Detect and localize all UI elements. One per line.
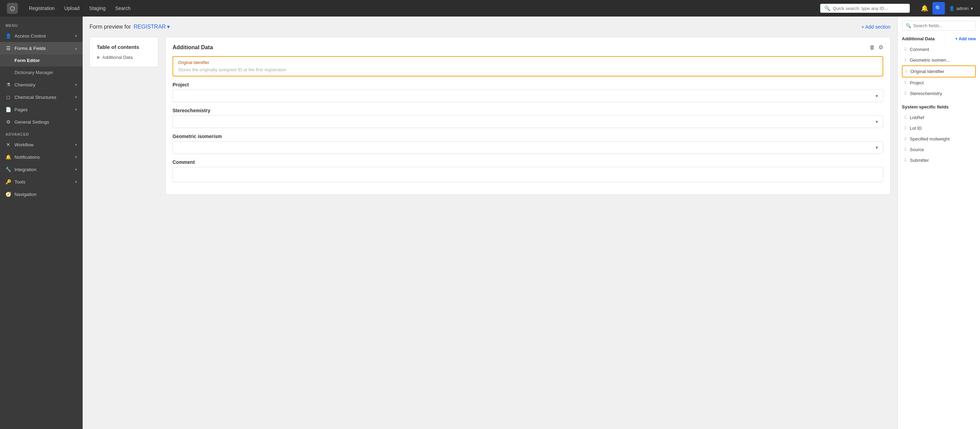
sidebar-item-chemistry[interactable]: ⚗ Chemistry ▾ xyxy=(0,78,83,91)
user-label: admin xyxy=(956,6,969,11)
panel-item-project[interactable]: ⠿ Project xyxy=(902,78,976,88)
system-specific-panel-title: System specific fields xyxy=(902,104,976,110)
chevron-down-icon: ▾ xyxy=(75,107,77,112)
search-btn-icon: 🔍 xyxy=(935,5,942,11)
additional-data-card: Additional Data 🗑 ⚙ Original Identi xyxy=(165,37,891,195)
app-logo[interactable]: ⬡ xyxy=(7,3,18,14)
form-content-row: Table of contents Additional Data Additi… xyxy=(89,37,891,195)
sidebar-sub-label: Form Editor xyxy=(14,58,40,63)
nav-staging[interactable]: Staging xyxy=(89,4,105,13)
chevron-down-icon: ▾ xyxy=(75,83,77,87)
integration-icon: 🔧 xyxy=(5,167,11,172)
advanced-section-label: ADVANCED xyxy=(0,128,83,138)
settings-icon: ⚙ xyxy=(5,119,11,125)
comment-input[interactable] xyxy=(172,167,883,182)
fields-search-input[interactable] xyxy=(913,23,972,28)
settings-section-button[interactable]: ⚙ xyxy=(878,44,883,51)
geometric-isomerism-select[interactable]: ▾ xyxy=(172,141,883,154)
nav-search[interactable]: Search xyxy=(115,4,130,13)
sidebar-item-form-editor[interactable]: Form Editor xyxy=(0,54,83,67)
panel-item-stereochemistry[interactable]: ⠿ Stereochemistry xyxy=(902,88,976,99)
quick-search-input[interactable] xyxy=(833,6,905,11)
comment-label: Comment xyxy=(172,159,883,165)
nav-registration[interactable]: Registration xyxy=(29,4,55,13)
stereochemistry-select[interactable]: ▾ xyxy=(172,115,883,128)
sidebar-sub-label: Dictionary Manager xyxy=(14,70,53,75)
user-icon: 👤 xyxy=(5,33,11,38)
panel-item-original-identifier[interactable]: ⠿ Original Identifier xyxy=(902,65,976,78)
project-select[interactable]: ▾ xyxy=(172,89,883,102)
original-identifier-value: Stores the originally assigned ID at the… xyxy=(178,67,878,72)
sidebar-item-general-settings[interactable]: ⚙ General Settings xyxy=(0,116,83,128)
add-new-button[interactable]: + Add new xyxy=(955,37,976,41)
section-header: Additional Data 🗑 ⚙ xyxy=(172,44,883,51)
toc-item[interactable]: Additional Data xyxy=(97,55,151,60)
sidebar-item-forms-fields[interactable]: ☰ Forms & Fields ▴ xyxy=(0,42,83,54)
workflow-icon: ✕ xyxy=(5,142,11,147)
pages-icon: 📄 xyxy=(5,107,11,112)
drag-handle-icon: ⠿ xyxy=(904,91,907,96)
chevron-down-icon: ▾ xyxy=(876,145,878,150)
panel-item-source[interactable]: ⠿ Source xyxy=(902,144,976,155)
top-nav-links: Registration Upload Staging Search xyxy=(29,4,130,13)
fields-search-bar: 🔍 xyxy=(902,21,976,31)
sidebar-item-label: Access Control xyxy=(14,33,46,38)
sidebar-item-label: Integration xyxy=(14,167,37,172)
panel-item-lnbref[interactable]: ⠿ LnbRef xyxy=(902,112,976,123)
sidebar-item-label: Pages xyxy=(14,107,27,112)
original-identifier-field[interactable]: Original Identifier Stores the originall… xyxy=(172,56,883,76)
user-icon: 👤 xyxy=(949,6,955,11)
right-panel: 🔍 Additional Data + Add new ⠿ Comment ⠿ … xyxy=(897,16,980,429)
top-navigation: ⬡ Registration Upload Staging Search 🔍 🔔… xyxy=(0,0,980,16)
user-menu[interactable]: 👤 admin ▾ xyxy=(949,6,973,11)
sidebar-item-navigation[interactable]: 🧭 Navigation xyxy=(0,188,83,200)
panel-item-label: Submitter xyxy=(910,158,929,163)
structures-icon: ◻ xyxy=(5,94,11,100)
chemistry-icon: ⚗ xyxy=(5,82,11,87)
tools-icon: 🔑 xyxy=(5,179,11,184)
sidebar-item-tools[interactable]: 🔑 Tools ▾ xyxy=(0,176,83,188)
add-section-button[interactable]: + Add section xyxy=(862,24,891,30)
sidebar-item-notifications[interactable]: 🔔 Notifications ▾ xyxy=(0,151,83,163)
sidebar-item-label: General Settings xyxy=(14,119,49,125)
project-field: Project ▾ xyxy=(172,82,883,102)
toc-dot-icon xyxy=(97,56,100,59)
notifications-icon: 🔔 xyxy=(5,154,11,160)
drag-handle-icon: ⠿ xyxy=(904,137,907,141)
toc-item-label: Additional Data xyxy=(102,55,132,60)
sidebar-item-access-control[interactable]: 👤 Access Control ▾ xyxy=(0,30,83,42)
project-label: Project xyxy=(172,82,883,87)
bell-icon[interactable]: 🔔 xyxy=(921,5,928,12)
drag-handle-icon: ⠿ xyxy=(905,69,908,74)
nav-upload[interactable]: Upload xyxy=(64,4,80,13)
panel-item-label: Original Identifier xyxy=(910,69,944,74)
panel-item-specified-molweight[interactable]: ⠿ Specified molweight xyxy=(902,133,976,144)
chevron-down-icon: ▾ xyxy=(75,143,77,147)
panel-item-label: Geometric isomeri... xyxy=(910,57,950,63)
chevron-down-icon: ▾ xyxy=(876,93,878,99)
drag-handle-icon: ⠿ xyxy=(904,147,907,152)
registrar-selector[interactable]: REGISTRAR ▾ xyxy=(134,24,170,30)
top-nav-icons: 🔔 🔍 👤 admin ▾ xyxy=(921,2,973,14)
sidebar-item-pages[interactable]: 📄 Pages ▾ xyxy=(0,103,83,116)
registrar-label: REGISTRAR xyxy=(134,24,165,30)
chevron-down-icon: ▾ xyxy=(75,167,77,172)
additional-data-label: Additional Data xyxy=(902,36,935,41)
panel-item-submitter[interactable]: ⠿ Submitter xyxy=(902,155,976,165)
search-button[interactable]: 🔍 xyxy=(932,2,945,14)
chevron-up-icon: ▴ xyxy=(75,46,77,51)
system-specific-label: System specific fields xyxy=(902,104,949,110)
content-area: Form preview for REGISTRAR ▾ + Add secti… xyxy=(83,16,980,429)
delete-section-button[interactable]: 🗑 xyxy=(869,44,875,51)
search-icon: 🔍 xyxy=(824,5,830,11)
panel-item-lot-id[interactable]: ⠿ Lot ID xyxy=(902,123,976,133)
section-title: Additional Data xyxy=(172,44,869,51)
sidebar-item-dictionary-manager[interactable]: Dictionary Manager xyxy=(0,67,83,78)
sidebar-item-workflow[interactable]: ✕ Workflow ▾ xyxy=(0,138,83,151)
section-actions: 🗑 ⚙ xyxy=(869,44,883,51)
panel-item-comment[interactable]: ⠿ Comment xyxy=(902,44,976,55)
sidebar-item-chemical-structures[interactable]: ◻ Chemical Structures ▾ xyxy=(0,91,83,103)
sidebar-item-integration[interactable]: 🔧 Integration ▾ xyxy=(0,163,83,176)
sidebar-item-label: Tools xyxy=(14,180,25,184)
panel-item-geometric-isomeri[interactable]: ⠿ Geometric isomeri... xyxy=(902,55,976,65)
